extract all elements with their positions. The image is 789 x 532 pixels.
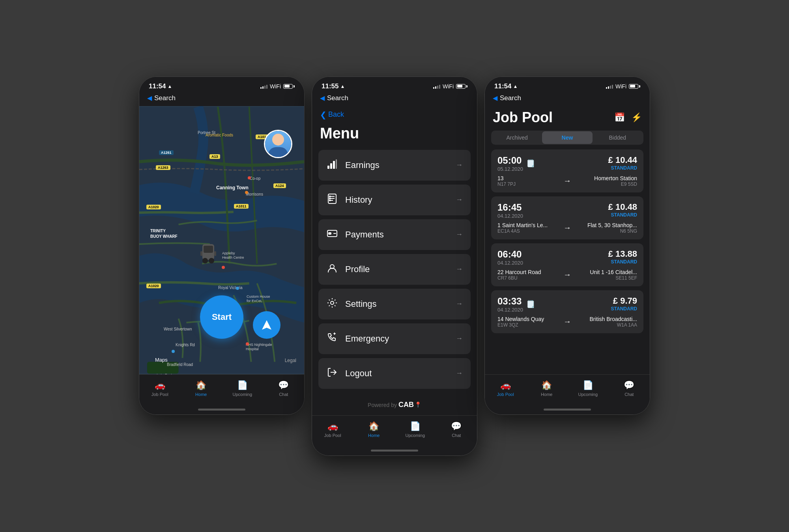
job-time-block-1: 05:00 05.12.2020 🗒️: [497, 155, 535, 172]
job-pool-label-1: Job Pool: [151, 392, 168, 397]
nav-chat-2[interactable]: 💬 Chat: [436, 420, 477, 439]
phone-map: 11:54 ▲ WiFi ◀ Search: [139, 77, 305, 415]
profile-label: Profile: [345, 264, 370, 274]
bottom-nav-3: 🚗 Job Pool 🏠 Home 📄 Upcoming 💬 Chat: [485, 374, 650, 406]
job-pool-icon-2: 🚗: [327, 421, 338, 431]
upcoming-icon-2: 📄: [410, 421, 421, 431]
job-route-3: 22 Harcourt Road CR7 6BU → Unit 1 -16 Ci…: [497, 269, 637, 281]
search-text-1: Search: [154, 94, 176, 102]
start-button[interactable]: Start: [200, 295, 243, 339]
poi-victoria: [236, 287, 239, 290]
job-date-3: 04.12.2020: [497, 260, 523, 266]
job-card-4[interactable]: 03:33 04.12.2020 🗒️ £ 9.79 STANDARD 14: [491, 290, 643, 333]
appleby-label: ApplebyHealth Centre: [222, 251, 244, 260]
job-price-1: £ 10.44 STANDARD: [608, 155, 637, 171]
road-badge-a13: A13: [209, 154, 220, 159]
nav-job-pool-3[interactable]: 🚗 Job Pool: [485, 379, 526, 398]
tab-bidded[interactable]: Bidded: [593, 131, 643, 144]
search-bar-3: ◀ Search: [485, 93, 650, 106]
history-icon: [326, 193, 338, 207]
from-postcode-4: E1W 3QZ: [497, 322, 560, 328]
svg-rect-16: [329, 196, 331, 197]
earnings-arrow: →: [456, 161, 463, 169]
menu-item-emergency[interactable]: Emergency →: [318, 323, 471, 354]
doc-icon-1: 🗒️: [526, 159, 535, 168]
from-postcode-2: EC1A 4AS: [497, 228, 560, 234]
job-time-block-2: 16:45 04.12.2020: [497, 202, 523, 219]
job-date-4: 04.12.2020: [497, 307, 523, 313]
screens-container: 11:54 ▲ WiFi ◀ Search: [139, 77, 650, 456]
battery-icon-1: [283, 84, 295, 89]
search-text-3: Search: [500, 94, 521, 102]
nav-upcoming-1[interactable]: 📄 Upcoming: [222, 379, 263, 398]
nav-job-pool-2[interactable]: 🚗 Job Pool: [312, 420, 353, 439]
start-button-label: Start: [212, 312, 232, 322]
powered-by-text: Powered by: [368, 402, 397, 408]
job-price-4: £ 9.79 STANDARD: [611, 296, 637, 312]
time-3: 11:54 ▲: [494, 82, 518, 90]
canning-town-label: Canning Town: [216, 185, 249, 190]
menu-item-logout[interactable]: Logout →: [318, 358, 471, 389]
payments-arrow: →: [456, 230, 463, 239]
menu-item-settings[interactable]: Settings →: [318, 289, 471, 319]
bradfield-rd-label: Bradfield Road: [167, 362, 193, 367]
time-1: 11:54 ▲: [149, 82, 172, 90]
back-button[interactable]: ❮ Back: [312, 106, 477, 121]
from-addr-4: 14 Newlands Quay: [497, 316, 560, 322]
nav-home-2[interactable]: 🏠 Home: [353, 420, 395, 439]
back-label: Back: [328, 110, 344, 119]
svg-point-5: [209, 258, 214, 263]
job-card-1[interactable]: 05:00 05.12.2020 🗒️ £ 10.44 STANDARD 1: [491, 149, 643, 192]
job-card-2[interactable]: 16:45 04.12.2020 £ 10.48 STANDARD 1 Sain…: [491, 196, 643, 239]
payments-label: Payments: [345, 230, 384, 240]
nav-chat-1[interactable]: 💬 Chat: [263, 379, 305, 398]
upcoming-label-3: Upcoming: [578, 392, 598, 397]
from-addr-1: 13: [497, 175, 560, 181]
status-bar-1: 11:54 ▲ WiFi: [139, 77, 304, 93]
svg-rect-10: [333, 161, 335, 169]
time-text-1: 11:54: [149, 82, 166, 90]
menu-item-earnings[interactable]: Earnings →: [318, 150, 471, 181]
poi-health: [222, 266, 225, 269]
lyle-park-label: Lyle Park: [157, 373, 173, 374]
tab-new[interactable]: New: [542, 131, 592, 144]
menu-item-earnings-left: Earnings: [326, 159, 380, 172]
upcoming-icon-3: 📄: [583, 380, 593, 390]
job-pool-label-2: Job Pool: [324, 433, 341, 438]
map-view[interactable]: A1011 A1261 A13 A1263 A1020 A124 A1011 A…: [139, 106, 304, 374]
settings-arrow: →: [456, 300, 463, 308]
svg-rect-17: [329, 198, 331, 199]
menu-item-payments[interactable]: Payments →: [318, 219, 471, 250]
signal-icon-2: [433, 84, 440, 89]
status-icons-1: WiFi: [260, 83, 295, 90]
job-price-2: £ 10.48 STANDARD: [608, 202, 637, 218]
chat-label-3: Chat: [624, 392, 634, 397]
to-addr-1: Homerton Station: [574, 175, 637, 181]
doc-icon-4: 🗒️: [526, 300, 535, 308]
job-card-3-header: 06:40 04.12.2020 £ 13.88 STANDARD: [497, 249, 637, 266]
job-time-block-3: 06:40 04.12.2020: [497, 249, 523, 266]
nav-home-3[interactable]: 🏠 Home: [526, 379, 568, 398]
job-route-1: 13 N17 7PJ → Homerton Station E9 5SD: [497, 175, 637, 187]
nav-upcoming-3[interactable]: 📄 Upcoming: [567, 379, 609, 398]
knights-rd-label: Knights Rd: [176, 343, 195, 347]
poi-coop: [248, 176, 251, 179]
job-route-4: 14 Newlands Quay E1W 3QZ → British Broad…: [497, 316, 637, 328]
nav-home-1[interactable]: 🏠 Home: [181, 379, 222, 398]
job-card-3[interactable]: 06:40 04.12.2020 £ 13.88 STANDARD 22 Har…: [491, 243, 643, 286]
tab-archived[interactable]: Archived: [492, 131, 542, 144]
menu-item-profile[interactable]: Profile →: [318, 254, 471, 285]
nav-chat-3[interactable]: 💬 Chat: [609, 379, 650, 398]
svg-point-22: [331, 301, 334, 304]
price-amount-3: £ 13.88: [608, 249, 637, 259]
route-from-4: 14 Newlands Quay E1W 3QZ: [497, 316, 560, 328]
emergency-label: Emergency: [345, 334, 389, 344]
nav-job-pool-1[interactable]: 🚗 Job Pool: [139, 379, 181, 398]
calendar-icon[interactable]: 📅: [614, 112, 625, 123]
filter-icon[interactable]: ⚡: [631, 112, 642, 123]
menu-item-history[interactable]: History →: [318, 185, 471, 215]
nav-upcoming-2[interactable]: 📄 Upcoming: [394, 420, 436, 439]
apple-maps-logo: Maps: [147, 357, 168, 363]
price-amount-1: £ 10.44: [608, 155, 637, 165]
navigation-button[interactable]: [253, 311, 280, 339]
